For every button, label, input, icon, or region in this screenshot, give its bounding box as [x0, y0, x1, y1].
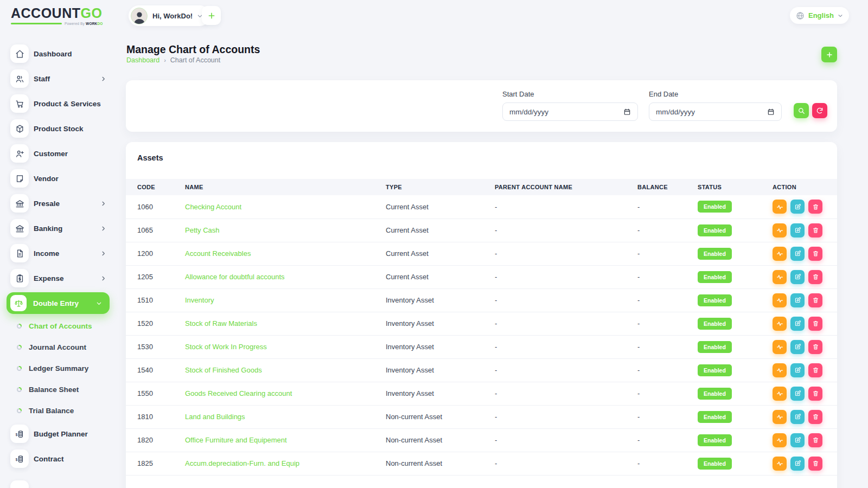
sidebar-item-expense[interactable]: Expense — [0, 266, 115, 291]
sidebar-item-customer[interactable]: Customer — [0, 141, 115, 166]
accounts-table: CODENAMETYPEPARENT ACCOUNT NAMEBALANCEST… — [126, 179, 837, 476]
trash-button[interactable] — [808, 317, 822, 331]
sidebar-item-vendor[interactable]: Vendor — [0, 166, 115, 191]
search-icon — [797, 107, 805, 114]
sidebar-item-income[interactable]: Income — [0, 241, 115, 266]
sidebar-item-dashboard[interactable]: Dashboard — [0, 41, 115, 66]
account-name-link[interactable]: Stock of Work In Progress — [185, 343, 267, 351]
sidebar-item-double-entry[interactable]: Double Entry — [7, 292, 110, 314]
trash-button[interactable] — [808, 293, 822, 307]
cell-action — [773, 242, 837, 265]
calendar-icon[interactable] — [767, 108, 775, 115]
end-date-input[interactable]: mm/dd/yyyy — [649, 102, 782, 121]
sidebar-item-presale[interactable]: Presale — [0, 191, 115, 216]
cell-balance: - — [637, 428, 698, 452]
activity-button[interactable] — [773, 200, 787, 214]
cell-balance: - — [637, 452, 698, 475]
trash-button[interactable] — [808, 247, 822, 261]
trash-button[interactable] — [808, 340, 822, 354]
cell-parent-account: - — [495, 195, 637, 219]
table-row: 1060Checking AccountCurrent Asset--Enabl… — [126, 195, 837, 219]
activity-button[interactable] — [773, 223, 787, 237]
sidebar-item-contract[interactable]: $Contract — [0, 446, 115, 471]
trash-button[interactable] — [808, 457, 822, 471]
cell-type: Current Asset — [386, 242, 495, 265]
sidebar-item-label: Banking — [34, 224, 62, 233]
brand-logo[interactable]: ACCOUNTGO Powered By WORKDO — [11, 7, 102, 25]
account-name-link[interactable]: Allowance for doubtful accounts — [185, 273, 285, 281]
sidebar-subitem-balance-sheet[interactable]: Balance Sheet — [0, 379, 115, 400]
box-icon — [10, 119, 29, 138]
account-name-link[interactable]: Inventory — [185, 296, 214, 304]
sidebar-item-label: Vendor — [34, 175, 59, 183]
edit-button[interactable] — [790, 317, 805, 331]
activity-button[interactable] — [773, 363, 787, 377]
reset-button[interactable] — [812, 103, 827, 118]
brand-tagline: Powered By WORKDO — [11, 22, 102, 25]
trash-button[interactable] — [808, 410, 822, 424]
account-name-link[interactable]: Checking Account — [185, 203, 241, 211]
create-account-button[interactable] — [821, 47, 837, 62]
activity-button[interactable] — [773, 340, 787, 354]
column-header-name: NAME — [185, 179, 386, 195]
edit-button[interactable] — [790, 457, 805, 471]
account-name-link[interactable]: Stock of Finished Goods — [185, 366, 262, 374]
account-name-link[interactable]: Accum.depreciation-Furn. and Equip — [185, 459, 299, 467]
account-name-link[interactable]: Goods Received Clearing account — [185, 389, 292, 397]
edit-button[interactable] — [790, 247, 805, 261]
sidebar-item-partial[interactable] — [10, 480, 29, 488]
sidebar-subitem-ledger-summary[interactable]: Ledger Summary — [0, 358, 115, 379]
trash-button[interactable] — [808, 433, 822, 447]
edit-button[interactable] — [790, 223, 805, 237]
filter-panel: Start Date mm/dd/yyyy End Date mm/dd/yyy… — [126, 80, 837, 132]
edit-button[interactable] — [790, 410, 805, 424]
activity-button[interactable] — [773, 433, 787, 447]
sidebar-subitem-chart-of-accounts[interactable]: Chart of Accounts — [0, 316, 115, 337]
cell-action — [773, 195, 837, 219]
cell-type: Current Asset — [386, 265, 495, 288]
trash-button[interactable] — [808, 223, 822, 237]
activity-button[interactable] — [773, 387, 787, 401]
edit-button[interactable] — [790, 433, 805, 447]
sidebar-item-product-stock[interactable]: Product Stock — [0, 116, 115, 141]
sidebar-subitem-journal-account[interactable]: Journal Account — [0, 337, 115, 358]
end-date-field: End Date mm/dd/yyyy — [649, 90, 782, 121]
sidebar-item-banking[interactable]: Banking — [0, 216, 115, 241]
edit-button[interactable] — [790, 387, 805, 401]
start-date-input[interactable]: mm/dd/yyyy — [502, 102, 638, 121]
trash-button[interactable] — [808, 270, 822, 284]
trash-button[interactable] — [808, 387, 822, 401]
edit-button[interactable] — [790, 270, 805, 284]
activity-button[interactable] — [773, 270, 787, 284]
breadcrumb-dashboard[interactable]: Dashboard — [126, 56, 159, 64]
activity-button[interactable] — [773, 293, 787, 307]
sidebar-subitem-label: Trial Balance — [29, 407, 74, 415]
edit-button[interactable] — [790, 340, 805, 354]
activity-button[interactable] — [773, 317, 787, 331]
trash-button[interactable] — [808, 363, 822, 377]
trash-button[interactable] — [808, 200, 822, 214]
sidebar-item-product-services[interactable]: Product & Services — [0, 91, 115, 116]
account-name-link[interactable]: Account Receivables — [185, 249, 251, 258]
account-name-link[interactable]: Stock of Raw Materials — [185, 319, 257, 328]
cell-action — [773, 452, 837, 475]
sidebar-item-budget-planner[interactable]: $Budget Planner — [0, 421, 115, 446]
account-name-link[interactable]: Land and Buildings — [185, 413, 245, 421]
calendar-icon[interactable] — [623, 108, 631, 115]
edit-button[interactable] — [790, 293, 805, 307]
edit-button[interactable] — [790, 200, 805, 214]
activity-button[interactable] — [773, 410, 787, 424]
account-name-link[interactable]: Petty Cash — [185, 226, 220, 234]
account-name-link[interactable]: Office Furniture and Equipement — [185, 436, 287, 444]
cell-balance: - — [637, 405, 698, 428]
activity-button[interactable] — [773, 457, 787, 471]
activity-button[interactable] — [773, 247, 787, 261]
section-title: Assets — [137, 153, 163, 162]
cell-status: Enabled — [698, 358, 773, 382]
sidebar-item-staff[interactable]: Staff — [0, 66, 115, 91]
edit-button[interactable] — [790, 363, 805, 377]
row-actions — [773, 270, 837, 284]
search-button[interactable] — [794, 103, 809, 118]
sidebar-item-label: Double Entry — [33, 299, 79, 307]
sidebar-subitem-trial-balance[interactable]: Trial Balance — [0, 400, 115, 421]
